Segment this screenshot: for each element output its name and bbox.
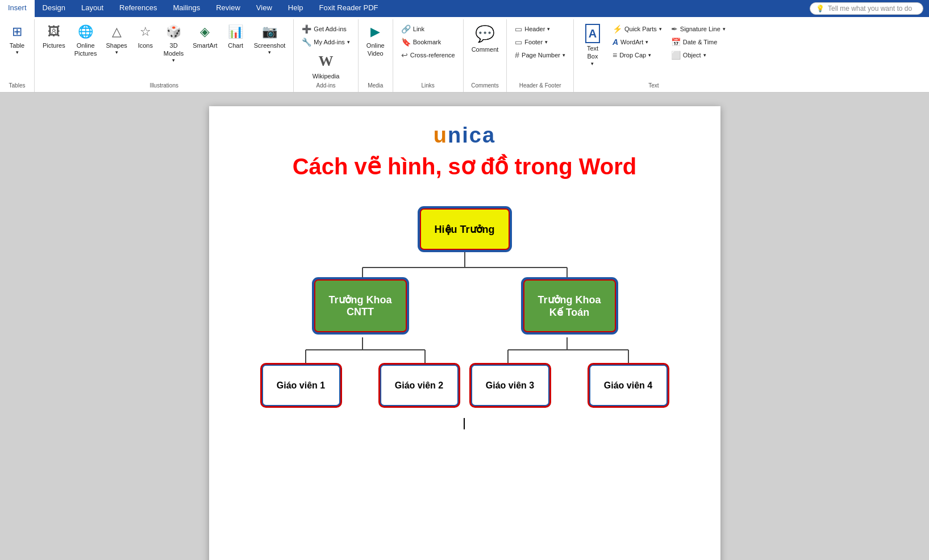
get-addins-label: Get Add-ins <box>314 26 346 32</box>
tab-mailings[interactable]: Mailings <box>165 0 209 17</box>
wordart-dropdown: ▾ <box>645 39 648 45</box>
online-video-button[interactable]: ▶ OnlineVideo <box>363 22 388 60</box>
header-footer-group-label: Header & Footer <box>519 82 561 90</box>
unica-logo: unica <box>238 123 692 148</box>
giao-vien-3-label: Giáo viên 3 <box>486 381 534 391</box>
drop-cap-icon: ≡ <box>613 51 617 60</box>
quick-parts-button[interactable]: ⚡ Quick Parts ▾ <box>609 23 665 35</box>
header-button[interactable]: ▭ Header ▾ <box>511 23 569 35</box>
wordart-button[interactable]: A WordArt ▾ <box>609 36 665 48</box>
table-label: Table <box>10 41 24 49</box>
wikipedia-wrapper: W Wikipedia <box>309 49 343 82</box>
3d-models-button[interactable]: 🎲 3DModels ▾ <box>160 22 187 66</box>
tab-review[interactable]: Review <box>208 0 248 17</box>
table-icon: ⊞ <box>12 24 22 40</box>
online-video-label: OnlineVideo <box>366 41 385 58</box>
comment-button[interactable]: 💬 Comment <box>468 22 502 56</box>
footer-dropdown: ▾ <box>545 39 548 45</box>
3d-dropdown-icon: ▾ <box>172 57 175 64</box>
smartart-button[interactable]: ◈ SmartArt <box>189 22 220 52</box>
wordart-icon: A <box>613 37 618 47</box>
drop-cap-button[interactable]: ≡ Drop Cap ▾ <box>609 49 665 61</box>
link-icon: 🔗 <box>401 24 411 34</box>
cross-reference-button[interactable]: ↩ Cross-reference <box>398 49 459 61</box>
giao-vien-3-box[interactable]: Giáo viên 3 <box>470 364 550 407</box>
hieu-truong-box[interactable]: Hiệu Trưởng <box>419 208 510 250</box>
my-addins-label: My Add-ins <box>314 39 344 45</box>
tab-references[interactable]: References <box>111 0 165 17</box>
media-items: ▶ OnlineVideo <box>363 22 388 82</box>
addins-group-label: Add-ins <box>316 82 336 90</box>
tab-design[interactable]: Design <box>35 0 73 17</box>
page-number-button[interactable]: # Page Number ▾ <box>511 49 569 61</box>
pictures-button[interactable]: 🖼 Pictures <box>39 22 69 52</box>
illustrations-items: 🖼 Pictures 🌐 OnlinePictures △ Shapes ▾ ☆… <box>39 22 289 82</box>
chart-button[interactable]: 📊 Chart <box>223 22 248 52</box>
shapes-icon: △ <box>112 24 122 40</box>
giao-vien-2-box[interactable]: Giáo viên 2 <box>380 364 459 407</box>
comment-icon: 💬 <box>475 24 495 44</box>
3d-models-icon: 🎲 <box>166 24 181 40</box>
screenshot-button[interactable]: 📷 Screenshot ▾ <box>251 22 289 58</box>
giao-vien-4-box[interactable]: Giáo viên 4 <box>589 364 668 407</box>
icons-button[interactable]: ☆ Icons <box>133 22 158 52</box>
shapes-button[interactable]: △ Shapes ▾ <box>103 22 131 58</box>
truong-khoa-ketoan-box[interactable]: Trưởng Khoa Kế Toán <box>523 279 616 333</box>
links-items: 🔗 Link 🔖 Bookmark ↩ Cross-reference <box>398 23 459 61</box>
icons-label: Icons <box>138 41 153 49</box>
object-label: Object <box>683 52 701 58</box>
date-time-button[interactable]: 📅 Date & Time <box>668 36 729 48</box>
text-box-button[interactable]: A TextBox ▾ <box>578 22 607 69</box>
wikipedia-icon: W <box>319 52 334 71</box>
bookmark-label: Bookmark <box>413 39 441 45</box>
group-tables: ⊞ Table ▾ Tables <box>0 19 35 92</box>
bookmark-button[interactable]: 🔖 Bookmark <box>398 36 459 48</box>
tab-help[interactable]: Help <box>280 0 311 17</box>
object-button[interactable]: ⬜ Object ▾ <box>668 49 729 61</box>
links-group-label: Links <box>422 82 435 90</box>
truong-khoa-cntt-box[interactable]: Trưởng Khoa CNTT <box>314 279 407 333</box>
truong-khoa-ketoan-label: Trưởng Khoa Kế Toán <box>538 294 601 319</box>
comments-items: 💬 Comment <box>468 22 502 82</box>
tab-insert[interactable]: Insert <box>0 0 35 17</box>
giao-vien-1-label: Giáo viên 1 <box>277 381 325 391</box>
tell-me-text: Tell me what you want to do <box>828 5 912 12</box>
smartart-label: SmartArt <box>193 41 217 49</box>
tab-layout[interactable]: Layout <box>73 0 111 17</box>
online-pictures-icon: 🌐 <box>78 24 93 40</box>
sig-items: ✒ Signature Line ▾ 📅 Date & Time ⬜ Objec… <box>668 23 729 69</box>
footer-button[interactable]: ▭ Footer ▾ <box>511 36 569 48</box>
hieu-truong-label: Hiệu Trưởng <box>435 223 495 236</box>
signature-line-label: Signature Line <box>680 26 720 32</box>
ribbon-body: ⊞ Table ▾ Tables 🖼 Pictures 🌐 OnlinePict… <box>0 17 929 93</box>
screenshot-dropdown-icon: ▾ <box>268 49 271 56</box>
comment-label: Comment <box>472 45 499 53</box>
truong-khoa-cntt-label: Trưởng Khoa CNTT <box>329 294 392 318</box>
my-addins-button[interactable]: 🔧 My Add-ins ▾ <box>298 36 353 48</box>
object-dropdown: ▾ <box>703 52 706 58</box>
text-group-label: Text <box>648 82 659 90</box>
table-button[interactable]: ⊞ Table ▾ <box>5 22 30 58</box>
link-button[interactable]: 🔗 Link <box>398 23 459 35</box>
ribbon-tabs: Insert Design Layout References Mailings… <box>0 0 929 17</box>
tell-me-bar[interactable]: 💡 Tell me what you want to do <box>810 2 923 15</box>
screenshot-icon: 📷 <box>262 24 277 40</box>
logo-i: i <box>462 123 469 147</box>
signature-line-button[interactable]: ✒ Signature Line ▾ <box>668 23 729 35</box>
text-box-icon: A <box>585 24 600 43</box>
link-label: Link <box>413 26 424 32</box>
logo-c: c <box>469 123 482 147</box>
wikipedia-button[interactable]: W Wikipedia <box>309 49 343 82</box>
chart-label: Chart <box>228 41 243 49</box>
get-addins-button[interactable]: ➕ Get Add-ins <box>298 23 353 35</box>
giao-vien-2-label: Giáo viên 2 <box>395 381 443 391</box>
tab-view[interactable]: View <box>248 0 280 17</box>
group-header-footer: ▭ Header ▾ ▭ Footer ▾ # Page Number ▾ He… <box>507 19 574 92</box>
lightbulb-icon: 💡 <box>816 5 824 12</box>
text-box-label: TextBox <box>587 44 598 61</box>
text-box-dropdown: ▾ <box>591 61 594 68</box>
giao-vien-1-box[interactable]: Giáo viên 1 <box>261 364 341 407</box>
page-number-icon: # <box>515 51 519 60</box>
online-pictures-button[interactable]: 🌐 OnlinePictures <box>71 22 101 60</box>
tab-foxit[interactable]: Foxit Reader PDF <box>311 0 386 17</box>
